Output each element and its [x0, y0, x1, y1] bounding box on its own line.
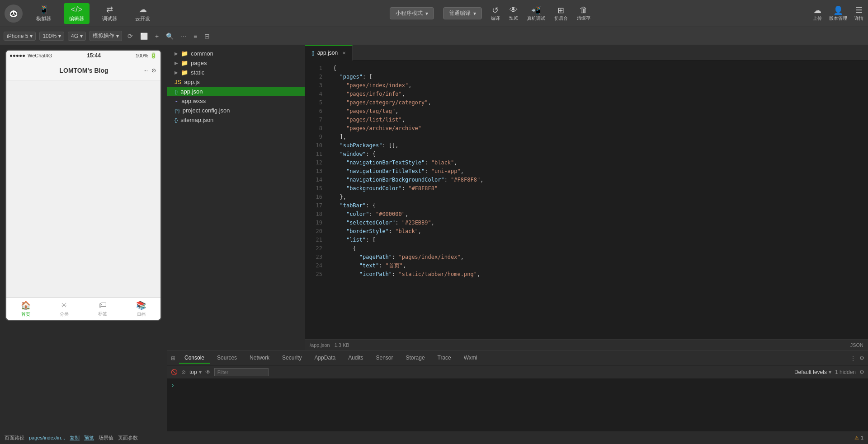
- toolbar-middle: 小程序模式 ▾ 普通编译 ▾ ↺ 编译 👁 预览 📲 真机调试 ⊞ 切后台 🗑 …: [167, 5, 813, 22]
- eye-filter-icon[interactable]: 👁: [205, 369, 211, 375]
- devtools-tab-network[interactable]: Network: [244, 353, 275, 364]
- clear-cache-icon: 🗑: [580, 5, 588, 15]
- line-4: 4: [305, 90, 328, 98]
- sim-ops-select[interactable]: 模拟操作 ▾: [90, 31, 122, 41]
- clear-cache-btn[interactable]: 🗑 清缓存: [577, 5, 590, 21]
- device-select[interactable]: iPhone 5 ▾: [4, 32, 36, 41]
- chevron-zoom-icon: ▾: [58, 33, 61, 39]
- code-line-3: "pages/index/index",: [333, 81, 863, 90]
- devtools-tab-console[interactable]: Console: [179, 353, 210, 364]
- devtools-tab-sources[interactable]: Sources: [212, 353, 242, 364]
- file-appjson[interactable]: {} app.json: [167, 87, 305, 96]
- line-21: 21: [305, 236, 328, 244]
- file-appwxss[interactable]: ··· app.wxss: [167, 96, 305, 106]
- devtools-tab-appdata[interactable]: AppData: [309, 353, 341, 364]
- signal-dot1: [10, 55, 12, 57]
- refresh-btn[interactable]: ↺ 编译: [491, 5, 500, 22]
- home-icon: 🏠: [21, 300, 31, 310]
- devtools-expand-icon[interactable]: ⊞: [171, 355, 175, 361]
- zoom-select[interactable]: 100% ▾: [39, 32, 64, 41]
- tab-tag[interactable]: 🏷 标签: [84, 298, 122, 320]
- devtools-tab-trace[interactable]: Trace: [432, 353, 457, 364]
- code-line-11: "window": {: [333, 150, 863, 159]
- debugger-icon: ⇄: [106, 5, 113, 14]
- devtools-settings-icon[interactable]: ⚙: [859, 355, 864, 361]
- category-icon: ✳: [61, 300, 67, 310]
- preview-btn[interactable]: 👁 预览: [509, 5, 518, 21]
- preview-btn-label: 预览: [509, 15, 518, 21]
- nav-more-icon[interactable]: ···: [143, 67, 148, 74]
- editor-btn[interactable]: </> 编辑器: [64, 3, 90, 24]
- tab-appjson[interactable]: {} app.json ✕: [305, 45, 353, 61]
- bottom-status-bar: 页面路径 pages/index/in... 复制 预览 场景值 页面参数 ⚠ …: [0, 431, 868, 444]
- line-17: 17: [305, 201, 328, 210]
- network-select[interactable]: 4G ▾: [68, 32, 86, 41]
- device-label: iPhone 5: [7, 33, 28, 39]
- code-line-7: "pages/list/list",: [333, 116, 863, 124]
- devtools-gear-icon[interactable]: ⚙: [859, 369, 864, 375]
- debugger-btn[interactable]: ⇄ 调试器: [97, 3, 123, 24]
- resize-icon[interactable]: ⬜: [138, 32, 150, 41]
- devtools-tab-storage[interactable]: Storage: [401, 353, 430, 364]
- folder-common[interactable]: ▶ 📁 common: [167, 49, 305, 58]
- tab-category[interactable]: ✳ 分类: [45, 298, 83, 320]
- file-appjs[interactable]: JS app.js: [167, 77, 305, 87]
- page-param-label[interactable]: 页面参数: [118, 435, 138, 441]
- cut-bg-btn[interactable]: ⊞ 切后台: [554, 5, 568, 22]
- scene-label[interactable]: 场景值: [99, 435, 113, 441]
- version-btn[interactable]: 👤 版本管理: [829, 5, 847, 22]
- line-11: 11: [305, 150, 328, 159]
- devtools-tab-audits[interactable]: Audits: [343, 353, 368, 364]
- logo: 🐼: [5, 5, 23, 23]
- list-icon[interactable]: ≡: [192, 32, 199, 41]
- log-level-label: Default levels: [794, 369, 827, 375]
- tab-home[interactable]: 🏠 首页: [6, 298, 45, 320]
- compile-type-select[interactable]: 普通编译 ▾: [443, 7, 482, 19]
- nav-home-icon[interactable]: ⊙: [151, 67, 156, 74]
- context-label: top: [189, 369, 197, 375]
- file-sitemap[interactable]: {} sitemap.json: [167, 115, 305, 125]
- chevron-context-icon[interactable]: ▾: [199, 369, 202, 375]
- real-debug-btn[interactable]: 📲 真机调试: [527, 5, 545, 22]
- preview-label[interactable]: 预览: [84, 435, 94, 441]
- second-toolbar: iPhone 5 ▾ 100% ▾ 4G ▾ 模拟操作 ▾ ⟳ ⬜ + 🔍 ··…: [0, 27, 868, 45]
- devtools-tab-security[interactable]: Security: [277, 353, 307, 364]
- file-size-label: 1.3 KB: [335, 342, 349, 348]
- tab-close-icon[interactable]: ✕: [342, 51, 346, 56]
- add-icon[interactable]: +: [153, 32, 160, 41]
- code-content[interactable]: { "pages": [ "pages/index/index", "pages…: [328, 61, 868, 339]
- editor-tabs: {} app.json ✕: [305, 45, 868, 61]
- copy-label[interactable]: 复制: [70, 435, 80, 441]
- devtools-more-icon[interactable]: ⋮: [850, 355, 856, 361]
- devtools-tab-sensor[interactable]: Sensor: [371, 353, 399, 364]
- json-icon3: {}: [175, 117, 178, 123]
- folder-pages[interactable]: ▶ 📁 pages: [167, 58, 305, 68]
- expand-icon: ▶: [175, 51, 178, 56]
- zoom-label: 100%: [42, 33, 57, 39]
- cloud-btn[interactable]: ☁ 云开发: [130, 3, 156, 24]
- code-line-19: "selectedColor": "#23EBB9",: [333, 219, 863, 227]
- tab-archive[interactable]: 📚 归档: [122, 298, 160, 320]
- tab-tag-label: 标签: [98, 311, 107, 317]
- emulator-label: 模拟器: [36, 15, 51, 22]
- line-20: 20: [305, 227, 328, 236]
- folder-static[interactable]: ▶ 📁 static: [167, 68, 305, 77]
- chevron-loglevel-icon[interactable]: ▾: [829, 369, 831, 375]
- orientation-icon[interactable]: ⟳: [126, 32, 135, 41]
- console-clear-icon[interactable]: 🚫: [171, 369, 178, 375]
- compile-mode-select[interactable]: 小程序模式 ▾: [390, 7, 434, 19]
- detail-btn[interactable]: ☰ 详情: [854, 5, 863, 22]
- console-stop-icon[interactable]: ⊘: [181, 369, 186, 375]
- more-icon[interactable]: ···: [179, 32, 188, 41]
- code-line-15: "backgroundColor": "#F8F8F8": [333, 184, 863, 193]
- emulator-btn[interactable]: 📱 模拟器: [31, 3, 57, 24]
- search-icon[interactable]: 🔍: [164, 32, 175, 41]
- phone-nav-icons[interactable]: ··· ⊙: [143, 67, 156, 74]
- file-projectconfig[interactable]: {°} project.config.json: [167, 106, 305, 115]
- upload-btn[interactable]: ☁ 上传: [813, 5, 822, 22]
- columns-icon[interactable]: ⊟: [203, 32, 212, 41]
- devtools-tab-wxml[interactable]: Wxml: [458, 353, 483, 364]
- file-appjs-label: app.js: [184, 79, 200, 85]
- filter-input[interactable]: [214, 368, 269, 376]
- code-line-13: "navigationBarTitleText": "uni-app",: [333, 167, 863, 176]
